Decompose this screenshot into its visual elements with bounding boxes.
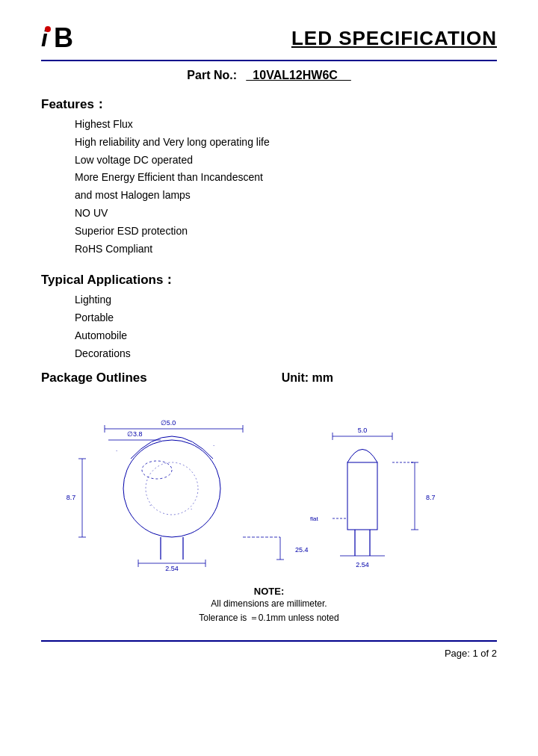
svg-text:·: ·	[191, 506, 192, 512]
features-title: Features：	[41, 96, 497, 113]
part-number-row: Part No.: _10VAL12HW6C__	[41, 69, 497, 82]
svg-text:2.54: 2.54	[356, 561, 369, 568]
footer-divider	[41, 640, 497, 642]
list-item: and most Halogen lamps	[75, 187, 497, 205]
svg-rect-23	[347, 462, 377, 530]
svg-text:∅3.8: ∅3.8	[127, 430, 143, 438]
svg-text:2.54: 2.54	[165, 565, 179, 571]
pn-value: _10VAL12HW6C__	[246, 69, 350, 81]
pn-label: Part No.:	[187, 69, 237, 81]
svg-text:flat: flat	[310, 515, 318, 522]
logo-icon: i	[41, 25, 48, 52]
list-item: Automobile	[75, 327, 497, 345]
applications-title: Typical Applications：	[41, 271, 497, 288]
svg-text:∅5.0: ∅5.0	[161, 419, 176, 427]
note-line-2: Tolerance is ＝0.1mm unless noted	[41, 611, 497, 625]
svg-point-1	[142, 461, 172, 479]
svg-text:8.7: 8.7	[67, 494, 76, 501]
list-item: Lighting	[75, 291, 497, 309]
svg-text:8.7: 8.7	[426, 494, 436, 501]
header: i B LED SPECIFICATION	[41, 22, 497, 54]
svg-point-0	[123, 440, 220, 537]
package-header: Package Outlines Unit: mm	[41, 371, 497, 385]
header-divider	[41, 60, 497, 61]
unit-label: Unit: mm	[282, 371, 333, 385]
note-line-1: All dimensions are millimeter.	[41, 597, 497, 611]
doc-title: LED SPECIFICATION	[291, 27, 497, 50]
diagram-area: ∅5.0 8.7 2.54 25.4 ∅3.8	[41, 391, 497, 571]
list-item: More Energy Efficient than Incandescent	[75, 169, 497, 187]
logo: i B	[41, 22, 73, 54]
svg-text:25.4: 25.4	[295, 546, 309, 554]
list-item: Superior ESD protection	[75, 223, 497, 241]
page-info: Page: 1 of 2	[445, 648, 497, 659]
list-item: NO UV	[75, 205, 497, 223]
list-item: Low voltage DC operated	[75, 152, 497, 170]
svg-text:·: ·	[213, 442, 214, 449]
list-item: Highest Flux	[75, 116, 497, 134]
svg-text:·: ·	[149, 502, 151, 509]
list-item: High reliability and Very long operating…	[75, 134, 497, 152]
list-item: Decorations	[75, 345, 497, 363]
diagram-svg: ∅5.0 8.7 2.54 25.4 ∅3.8	[41, 391, 497, 571]
note-section: NOTE: All dimensions are millimeter. Tol…	[41, 586, 497, 625]
footer: Page: 1 of 2	[41, 648, 497, 659]
svg-text:·: ·	[116, 447, 117, 454]
svg-text:5.0: 5.0	[358, 427, 368, 434]
note-title: NOTE:	[41, 586, 497, 597]
list-item: RoHS Compliant	[75, 241, 497, 258]
package-title: Package Outlines	[41, 371, 147, 385]
page: i B LED SPECIFICATION Part No.: _10VAL12…	[0, 0, 538, 756]
applications-list: Lighting Portable Automobile Decorations	[75, 291, 497, 362]
logo-b-letter: B	[54, 22, 73, 54]
features-list: Highest Flux High reliability and Very l…	[75, 116, 497, 258]
list-item: Portable	[75, 309, 497, 327]
logo-dot	[45, 26, 51, 32]
